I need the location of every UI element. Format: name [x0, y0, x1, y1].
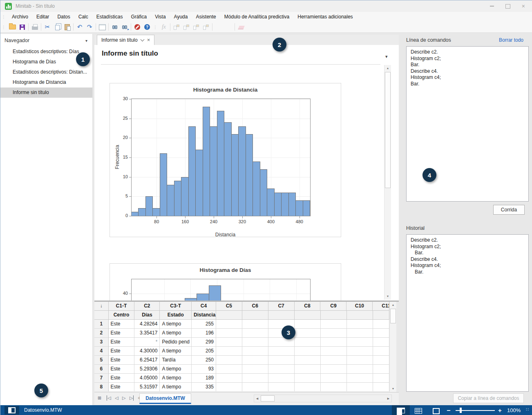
data-cell[interactable]: Este: [109, 338, 135, 347]
worksheet-list-icon[interactable]: ⊞: [98, 395, 101, 401]
data-cell[interactable]: [373, 383, 389, 392]
column-header-c4[interactable]: C4: [192, 302, 216, 311]
minimize-button[interactable]: [490, 6, 494, 7]
data-cell[interactable]: A tiempo: [160, 320, 192, 329]
data-cell[interactable]: [295, 329, 321, 338]
clear-columns-icon[interactable]: [181, 22, 191, 32]
find-next-icon[interactable]: ▸: [120, 22, 130, 32]
data-cell[interactable]: [242, 356, 268, 365]
data-cell[interactable]: [295, 347, 321, 356]
navigator-item[interactable]: Histograma de Distancia: [0, 77, 92, 87]
data-cell[interactable]: Este: [109, 320, 135, 329]
data-cell[interactable]: [242, 329, 268, 338]
data-cell[interactable]: Este: [109, 383, 135, 392]
close-button[interactable]: ×: [522, 3, 525, 9]
data-cell[interactable]: [373, 356, 389, 365]
data-cell[interactable]: [347, 383, 373, 392]
data-cell[interactable]: [242, 365, 268, 374]
history-output[interactable]: Describe c2.Histogram c2; Bar.Describe c…: [406, 234, 529, 392]
maximize-button[interactable]: [505, 4, 510, 9]
report-title-dropdown-icon[interactable]: ▾: [385, 54, 388, 59]
data-cell[interactable]: 93: [192, 365, 216, 374]
menu-item-asistente[interactable]: Asistente: [192, 12, 220, 22]
row-number[interactable]: 3: [94, 338, 109, 347]
data-cell[interactable]: [347, 320, 373, 329]
data-cell[interactable]: [295, 365, 321, 374]
column-name-cell[interactable]: [347, 311, 373, 320]
column-name-cell[interactable]: [216, 311, 242, 320]
edit-last-graph-icon[interactable]: [214, 22, 224, 32]
scroll-down-icon[interactable]: ▼: [384, 293, 391, 300]
print-icon[interactable]: [30, 22, 40, 32]
data-cell[interactable]: [347, 365, 373, 374]
scroll-right-icon[interactable]: ▶: [385, 395, 391, 402]
data-cell[interactable]: [268, 365, 295, 374]
data-cell[interactable]: 4.30000: [134, 347, 160, 356]
help-icon[interactable]: ?: [142, 22, 152, 32]
menu-item-estad-sticas[interactable]: Estadísticas: [92, 12, 127, 22]
data-cell[interactable]: 189: [192, 374, 216, 383]
row-number[interactable]: 6: [94, 365, 109, 374]
data-cell[interactable]: 6.25417: [134, 356, 160, 365]
data-cell[interactable]: 299: [192, 338, 216, 347]
last-worksheet-icon[interactable]: ▷: [130, 395, 134, 401]
data-cell[interactable]: 4.28264: [134, 320, 160, 329]
previous-worksheet-icon[interactable]: ◁: [115, 395, 118, 401]
column-name-cell[interactable]: Distancia: [192, 311, 216, 320]
open-file-icon[interactable]: [7, 22, 17, 32]
column-header-c1-t[interactable]: C1-T: [109, 302, 135, 311]
save-project-icon[interactable]: [17, 22, 27, 32]
move-column-icon[interactable]: [201, 22, 211, 32]
data-cell[interactable]: [295, 320, 321, 329]
menu-item-vista[interactable]: Vista: [151, 12, 170, 22]
data-cell[interactable]: 4.05000: [134, 374, 160, 383]
column-name-cell[interactable]: [321, 311, 347, 320]
worksheet-scrollbar[interactable]: ▲ ▼: [389, 302, 396, 392]
data-cell[interactable]: 196: [192, 329, 216, 338]
data-cell[interactable]: [373, 338, 389, 347]
column-header-c11[interactable]: C11: [373, 302, 389, 311]
row-number[interactable]: 2: [94, 329, 109, 338]
scroll-up-icon[interactable]: ▲: [384, 65, 391, 72]
data-cell[interactable]: [216, 374, 242, 383]
data-cell[interactable]: 255: [192, 320, 216, 329]
data-cell[interactable]: [295, 374, 321, 383]
zoom-out-button[interactable]: −: [447, 405, 450, 415]
row-number[interactable]: 4: [94, 347, 109, 356]
resize-grip-icon[interactable]: ∷: [526, 407, 529, 412]
column-header-c3-t[interactable]: C3-T: [160, 302, 192, 311]
insert-column-icon[interactable]: [191, 22, 201, 32]
data-cell[interactable]: A tiempo: [160, 383, 192, 392]
data-cell[interactable]: [321, 383, 347, 392]
column-arrow-icon[interactable]: ↓: [94, 302, 109, 311]
column-name-cell[interactable]: [295, 311, 321, 320]
column-header-c9[interactable]: C9: [320, 302, 346, 311]
data-cell[interactable]: 205: [192, 347, 216, 356]
data-cell[interactable]: [321, 347, 347, 356]
data-cell[interactable]: [373, 347, 389, 356]
menu-item-editar[interactable]: Editar: [32, 12, 53, 22]
data-cell[interactable]: [268, 383, 295, 392]
row-number[interactable]: 1: [94, 320, 109, 329]
data-cell[interactable]: [321, 320, 347, 329]
data-cell[interactable]: [268, 347, 295, 356]
data-cell[interactable]: 5.31597: [134, 383, 160, 392]
navigator-item[interactable]: Estadísticos descriptivos: Distan...: [0, 67, 92, 77]
menu-item-ayuda[interactable]: Ayuda: [170, 12, 192, 22]
data-cell[interactable]: Este: [109, 329, 135, 338]
column-name-cell[interactable]: [373, 311, 389, 320]
row-number[interactable]: 7: [94, 374, 109, 383]
data-cell[interactable]: [373, 320, 389, 329]
data-cell[interactable]: [321, 365, 347, 374]
data-cell[interactable]: [216, 356, 242, 365]
scroll-thumb[interactable]: [385, 72, 391, 188]
data-cell[interactable]: [268, 356, 295, 365]
data-cell[interactable]: A tiempo: [160, 347, 192, 356]
data-cell[interactable]: [242, 374, 268, 383]
report-scrollbar[interactable]: ▲ ▼: [384, 65, 391, 300]
menu-item-archivo[interactable]: Archivo: [8, 12, 32, 22]
menu-item-gr-fica[interactable]: Gráfica: [127, 12, 151, 22]
data-cell[interactable]: [216, 365, 242, 374]
column-header-c2[interactable]: C2: [134, 302, 160, 311]
data-cell[interactable]: [321, 329, 347, 338]
